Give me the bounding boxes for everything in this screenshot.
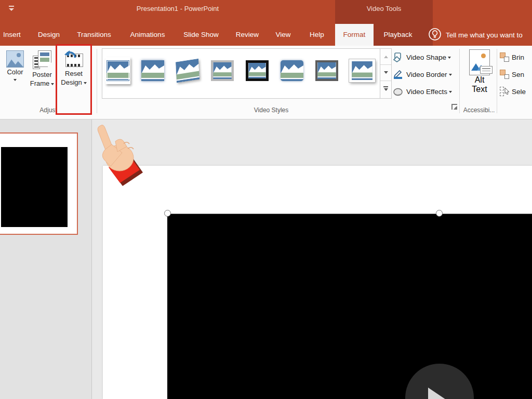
dropdown-arrow-icon (448, 57, 451, 60)
poster-frame-button[interactable]: Poster Frame (29, 48, 56, 109)
quick-access-toolbar-icon[interactable] (8, 6, 15, 11)
tab-help[interactable]: Help (304, 24, 329, 46)
video-styles-gallery (102, 48, 392, 99)
pointing-hand-cursor (94, 124, 143, 187)
video-style-thumbnail[interactable] (314, 57, 339, 84)
poster-frame-icon (33, 50, 51, 70)
video-style-thumbnail[interactable] (105, 57, 130, 84)
video-effects-icon (393, 86, 403, 97)
powerpoint-window: Presentation1 - PowerPoint Video Tools I… (0, 0, 532, 399)
gallery-more-button[interactable] (380, 81, 391, 98)
group-separator (97, 49, 97, 113)
tab-review[interactable]: Review (233, 24, 262, 46)
video-style-thumbnail[interactable] (175, 57, 200, 84)
video-style-thumbnail[interactable] (140, 57, 165, 84)
gallery-scroll-up-button[interactable] (380, 49, 391, 65)
tab-playback[interactable]: Playback (376, 24, 420, 46)
video-style-thumbnail[interactable] (348, 57, 377, 84)
gallery-scrollbar (380, 49, 391, 98)
video-style-thumbnail[interactable] (280, 57, 304, 84)
group-separator (497, 49, 497, 113)
color-icon (6, 50, 24, 68)
video-styles-dialog-launcher[interactable] (451, 104, 457, 110)
alt-text-icon (469, 49, 490, 75)
qat-arrow-icon (9, 8, 14, 14)
play-icon (428, 388, 452, 399)
send-backward-button[interactable]: Sen (500, 68, 524, 81)
selection-handle-top-left[interactable] (164, 210, 171, 217)
video-border-button[interactable]: Video Border (393, 68, 452, 81)
tell-me-search[interactable]: Tell me what you want to (446, 31, 532, 39)
bring-forward-icon (500, 52, 509, 62)
tell-me-lightbulb-icon (428, 27, 442, 42)
tab-format[interactable]: Format (335, 24, 374, 46)
tab-animations[interactable]: Animations (128, 24, 167, 46)
qat-bar (9, 6, 14, 7)
tab-design[interactable]: Design (34, 24, 63, 46)
selection-handle-top-center[interactable] (436, 210, 443, 217)
window-title: Presentation1 - PowerPoint (121, 5, 235, 12)
dropdown-arrow-icon (51, 83, 54, 87)
color-button[interactable]: Color (2, 48, 28, 109)
contextual-group-title: Video Tools (335, 5, 433, 12)
selection-pane-button[interactable]: Sele (500, 85, 526, 98)
dropdown-arrow-icon (449, 74, 452, 77)
video-object[interactable] (167, 214, 532, 399)
bring-forward-button[interactable]: Brin (500, 51, 524, 63)
accessibility-group-label: Accessibi... (460, 107, 498, 117)
video-styles-group-label: Video Styles (234, 107, 309, 117)
up-arrow-icon (384, 54, 388, 58)
group-separator (459, 49, 460, 113)
video-shape-icon (393, 52, 403, 62)
dropdown-arrow-icon (449, 91, 452, 95)
tab-insert[interactable]: Insert (0, 24, 24, 46)
more-styles-icon (383, 86, 388, 93)
down-arrow-icon (384, 71, 388, 76)
alt-text-button[interactable]: Alt Text (463, 48, 496, 109)
video-style-thumbnail[interactable] (210, 57, 235, 84)
highlight-box (56, 44, 92, 115)
video-style-thumbnail-selected[interactable] (245, 57, 270, 84)
tab-view[interactable]: View (270, 24, 296, 46)
ribbon: Color Poster Frame Reset Design (0, 46, 532, 119)
selection-pane-icon (500, 87, 509, 96)
video-border-icon (393, 69, 403, 79)
thumbnail-video-placeholder (1, 147, 68, 227)
dropdown-arrow-icon (14, 79, 17, 83)
video-effects-button[interactable]: Video Effects (393, 85, 452, 98)
tab-transitions[interactable]: Transitions (75, 24, 113, 46)
slide-thumbnail[interactable] (0, 132, 78, 235)
video-shape-button[interactable]: Video Shape (393, 51, 451, 63)
gallery-scroll-down-button[interactable] (380, 65, 391, 81)
tab-slide-show[interactable]: Slide Show (181, 24, 221, 46)
send-backward-icon (500, 70, 509, 79)
